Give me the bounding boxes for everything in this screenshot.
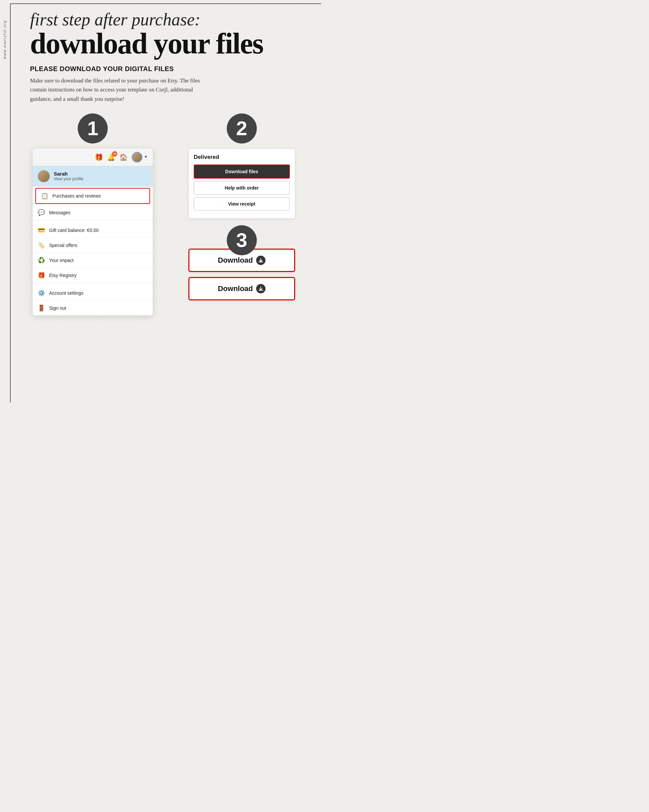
your-impact-icon: ♻️ xyxy=(38,256,45,264)
etsy-registry-icon: 🎁 xyxy=(38,272,45,279)
order-panel: Delivered Download files Help with order… xyxy=(189,148,295,218)
sign-out-label: Sign out xyxy=(49,305,66,311)
account-settings-label: Account settings xyxy=(49,290,83,296)
cursive-title: first step after purchase: xyxy=(30,10,311,29)
description-section: PLEASE DOWNLOAD YOUR DIGITAL FILES Make … xyxy=(20,65,314,104)
profile-avatar xyxy=(38,170,50,182)
gift-card-icon: 💳 xyxy=(38,227,45,234)
step-3-number: 3 xyxy=(227,225,257,255)
avatar xyxy=(132,152,142,163)
etsy-menu: 🎁 🔔 50 🏠 ▼ Sarah Vie xyxy=(33,148,153,315)
download-icon-2 xyxy=(256,284,265,293)
page-wrapper: www.marryful.org first step after purcha… xyxy=(0,0,324,406)
download-button-2[interactable]: Download xyxy=(189,277,295,301)
steps-section: 1 🎁 🔔 50 🏠 ▼ xyxy=(20,113,314,315)
menu-spacer-2 xyxy=(33,283,153,286)
home-icon: 🏠 xyxy=(119,153,128,161)
right-column: 2 Delivered Download files Help with ord… xyxy=(172,113,311,305)
profile-text: Sarah View your profile xyxy=(54,171,83,181)
left-border xyxy=(10,3,11,403)
your-impact-label: Your impact xyxy=(49,258,73,263)
special-offers-label: Special offers xyxy=(49,243,78,248)
purchases-reviews-item[interactable]: 📋 Purchases and reviews xyxy=(36,189,149,203)
step-2-number: 2 xyxy=(227,113,257,143)
sign-out-icon: 🚪 xyxy=(38,304,45,312)
etsy-topbar: 🎁 🔔 50 🏠 ▼ xyxy=(33,148,153,166)
notification-badge: 50 xyxy=(112,151,117,157)
special-offers-icon: 🏷️ xyxy=(38,242,45,249)
gift-icon: 🎁 xyxy=(95,153,103,161)
description-text: Make sure to download the files related … xyxy=(30,76,203,104)
account-settings-icon: ⚙️ xyxy=(38,289,45,297)
top-border xyxy=(10,3,321,4)
step-1-number: 1 xyxy=(78,113,108,143)
gift-card-item[interactable]: 💳 Gift card balance: €0.00 xyxy=(33,223,153,238)
step-2-column: 2 Delivered Download files Help with ord… xyxy=(172,113,311,218)
menu-spacer-1 xyxy=(33,220,153,223)
download-panel: Download Download xyxy=(189,249,295,301)
delivered-label: Delivered xyxy=(194,154,290,160)
notification-wrapper: 🔔 50 xyxy=(107,153,116,161)
dropdown-chevron: ▼ xyxy=(144,154,148,160)
your-impact-item[interactable]: ♻️ Your impact xyxy=(33,253,153,268)
step-1-column: 1 🎁 🔔 50 🏠 ▼ xyxy=(23,113,162,315)
purchases-reviews-highlighted[interactable]: 📋 Purchases and reviews xyxy=(35,188,150,204)
etsy-registry-item[interactable]: 🎁 Etsy Registry xyxy=(33,268,153,283)
messages-icon: 💬 xyxy=(38,209,45,216)
messages-label: Messages xyxy=(49,210,70,215)
menu-profile-row[interactable]: Sarah View your profile xyxy=(33,166,153,186)
profile-name: Sarah xyxy=(54,171,83,177)
purchases-label: Purchases and reviews xyxy=(52,193,101,198)
profile-subtitle: View your profile xyxy=(54,177,83,181)
gift-card-label: Gift card balance: €0.00 xyxy=(49,227,99,233)
download-icon-1 xyxy=(256,256,265,265)
site-url: www.marryful.org xyxy=(3,20,7,59)
view-receipt-button[interactable]: View receipt xyxy=(194,197,290,211)
avatar-wrapper[interactable]: ▼ xyxy=(132,152,148,163)
description-heading: PLEASE DOWNLOAD YOUR DIGITAL FILES xyxy=(30,65,311,73)
account-settings-item[interactable]: ⚙️ Account settings xyxy=(33,286,153,301)
help-with-order-button[interactable]: Help with order xyxy=(194,181,290,195)
messages-item[interactable]: 💬 Messages xyxy=(33,205,153,220)
download-files-button[interactable]: Download files xyxy=(194,165,290,179)
header-section: first step after purchase: download your… xyxy=(20,3,314,58)
etsy-registry-label: Etsy Registry xyxy=(49,273,76,278)
sign-out-item[interactable]: 🚪 Sign out xyxy=(33,301,153,315)
bold-title: download your files xyxy=(30,29,311,58)
purchases-icon: 📋 xyxy=(41,192,48,200)
step-3-column: 3 Download Download xyxy=(172,225,311,305)
special-offers-item[interactable]: 🏷️ Special offers xyxy=(33,238,153,253)
